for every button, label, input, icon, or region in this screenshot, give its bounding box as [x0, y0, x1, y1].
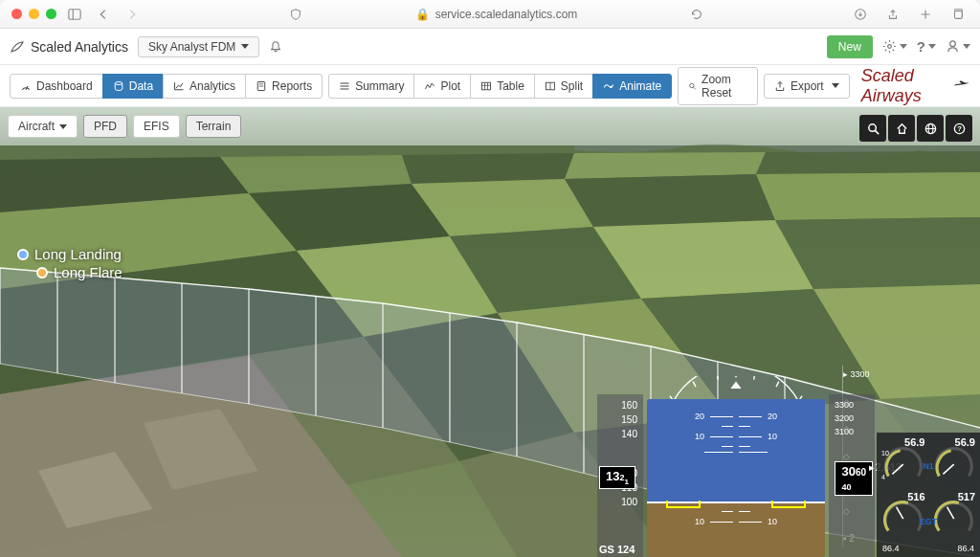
reload-icon[interactable]: [686, 8, 707, 21]
efis-layer-button[interactable]: EFIS: [133, 115, 180, 138]
map-globe-icon[interactable]: [917, 115, 944, 142]
plot-button[interactable]: Plot: [413, 74, 471, 99]
url-text: service.scaledanalytics.com: [435, 8, 578, 21]
svg-point-16: [610, 85, 612, 87]
svg-rect-3: [955, 11, 963, 18]
svg-marker-23: [402, 153, 574, 184]
svg-text:?: ?: [957, 124, 962, 133]
svg-marker-80: [731, 376, 740, 378]
brand-icon: [10, 39, 25, 55]
svg-marker-81: [730, 382, 741, 389]
animate-button[interactable]: Animate: [592, 74, 672, 99]
traffic-lights: [11, 9, 56, 19]
lock-icon: 🔒: [415, 8, 430, 21]
svg-line-75: [693, 382, 696, 388]
n1-label: N1: [923, 461, 934, 471]
map-layer-toolbar: Aircraft PFD EFIS Terrain: [8, 115, 241, 138]
pin-icon: [17, 249, 29, 260]
nav-back-icon[interactable]: [93, 8, 114, 21]
svg-line-18: [694, 87, 696, 89]
settings-icon[interactable]: [882, 39, 907, 54]
svg-point-17: [690, 83, 694, 87]
chevron-down-icon: [241, 44, 249, 49]
dashboard-tab[interactable]: Dashboard: [10, 74, 103, 99]
svg-line-82: [892, 464, 902, 474]
map-annotation-long-landing[interactable]: Long Landing: [17, 246, 122, 262]
svg-marker-29: [565, 174, 775, 227]
svg-line-83: [943, 464, 953, 474]
map-view[interactable]: Aircraft PFD EFIS Terrain ? Long Landing…: [0, 107, 980, 557]
download-icon[interactable]: [850, 8, 871, 21]
svg-rect-10: [482, 82, 491, 90]
aircraft-symbol: [666, 501, 806, 510]
map-help-icon[interactable]: ?: [946, 115, 972, 142]
reports-tab[interactable]: Reports: [245, 74, 323, 99]
company-logo: Scaled Airways: [861, 66, 970, 106]
svg-line-68: [875, 130, 879, 134]
gauge-n1-left: 56.9 4 10: [879, 434, 928, 488]
terrain-layer-button[interactable]: Terrain: [186, 115, 242, 138]
tabs-icon[interactable]: [947, 8, 969, 21]
map-utility-toolbar: ?: [859, 115, 972, 142]
notifications-icon[interactable]: [269, 40, 282, 54]
new-tab-icon[interactable]: [915, 8, 936, 21]
svg-point-67: [868, 123, 876, 131]
zoom-reset-button[interactable]: Zoom Reset: [678, 67, 758, 105]
data-tab[interactable]: Data: [102, 74, 164, 99]
map-home-icon[interactable]: [888, 115, 915, 142]
svg-point-6: [115, 81, 122, 84]
svg-line-77: [754, 376, 755, 380]
pin-icon: [36, 267, 48, 278]
pfd-instrument: 160 150 140 120 110 100 1321 GS 124 2020…: [597, 370, 875, 557]
help-icon[interactable]: ?: [917, 38, 936, 55]
nav-forward-icon[interactable]: [122, 8, 143, 21]
svg-line-84: [897, 507, 903, 519]
engine-instruments: 56.9 4 10 56.9 516 517 86.486.4 N1 EGT: [877, 433, 980, 557]
airspeed-readout: 1321: [599, 466, 635, 489]
minimize-window-icon[interactable]: [29, 9, 39, 19]
svg-marker-25: [756, 151, 980, 174]
egt-label: EGT: [920, 517, 938, 526]
export-button[interactable]: Export: [764, 74, 850, 99]
map-annotation-long-flare[interactable]: Long Flare: [36, 264, 122, 280]
address-bar[interactable]: 🔒 service.scaledanalytics.com: [314, 8, 679, 21]
map-search-icon[interactable]: [859, 115, 886, 142]
app-bar: Scaled Analytics Sky Analyst FDM New ?: [0, 29, 980, 65]
svg-point-5: [950, 41, 956, 47]
product-dropdown-label: Sky Analyst FDM: [148, 40, 235, 54]
aircraft-layer-button[interactable]: Aircraft: [8, 115, 78, 138]
shield-icon[interactable]: [285, 8, 306, 21]
brand-text: Scaled Analytics: [31, 39, 128, 55]
maximize-window-icon[interactable]: [46, 9, 56, 19]
product-dropdown[interactable]: Sky Analyst FDM: [138, 36, 259, 57]
new-button[interactable]: New: [827, 35, 873, 58]
svg-line-78: [776, 382, 779, 388]
split-button[interactable]: Split: [534, 74, 593, 99]
gauge-egt-right: 517: [929, 489, 979, 543]
attitude-indicator: 2020 1010 1010: [647, 399, 825, 557]
summary-button[interactable]: Summary: [328, 74, 414, 99]
gauge-n1-right: 56.9: [929, 434, 979, 488]
pfd-layer-button[interactable]: PFD: [83, 115, 127, 138]
svg-rect-0: [69, 9, 80, 19]
airplane-icon: [952, 77, 970, 92]
ground-speed: GS 124: [599, 544, 635, 555]
browser-chrome: 🔒 service.scaledanalytics.com: [0, 0, 980, 29]
table-button[interactable]: Table: [470, 74, 535, 99]
share-icon[interactable]: [882, 8, 903, 21]
altitude-readout: 306040: [835, 461, 873, 496]
analytics-tab[interactable]: Analytics: [163, 74, 246, 99]
user-icon[interactable]: [946, 39, 970, 54]
svg-line-85: [947, 507, 953, 519]
close-window-icon[interactable]: [11, 9, 22, 19]
svg-line-76: [717, 376, 718, 380]
svg-marker-30: [756, 172, 980, 220]
chrome-actions: [850, 8, 969, 21]
svg-point-4: [887, 45, 891, 49]
main-toolbar: Dashboard Data Analytics Reports Summary…: [0, 65, 980, 107]
gauge-egt-left: 516: [879, 489, 928, 543]
sidebar-toggle-icon[interactable]: [64, 8, 85, 21]
brand[interactable]: Scaled Analytics: [10, 39, 128, 55]
